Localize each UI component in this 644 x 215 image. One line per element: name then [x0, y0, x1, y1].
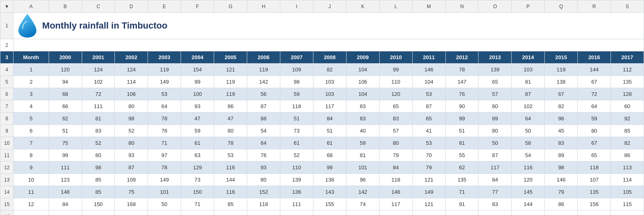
cell-row9-month[interactable]: 6	[13, 125, 49, 137]
cell-row14-col8[interactable]: 143	[313, 186, 346, 198]
cell-row12-col2[interactable]: 87	[115, 162, 148, 174]
cell-row7-col2[interactable]: 80	[115, 100, 148, 113]
cell-row9-col13[interactable]: 80	[479, 125, 512, 137]
cell-row11-col8[interactable]: 68	[313, 149, 346, 162]
cell-row14-col7[interactable]: 136	[280, 186, 313, 198]
cell-row4-col6[interactable]: 119	[247, 64, 280, 76]
cell-row10-col15[interactable]: 83	[545, 137, 578, 149]
cell-row10-col10[interactable]: 80	[379, 137, 412, 149]
cell-row8-col0[interactable]: 62	[49, 113, 82, 125]
cell-row11-col12[interactable]: 55	[445, 149, 479, 162]
cell-row5-col1[interactable]: 102	[82, 76, 115, 88]
cell-row4-col7[interactable]: 109	[280, 64, 313, 76]
cell-row15-col14[interactable]: 144	[512, 198, 545, 211]
cell-row5-col6[interactable]: 142	[247, 76, 280, 88]
cell-row5-col10[interactable]: 110	[379, 76, 412, 88]
cell-row8-col1[interactable]: 81	[82, 113, 115, 125]
cell-row5-col15[interactable]: 138	[545, 76, 578, 88]
cell-row5-col16[interactable]: 67	[578, 76, 611, 88]
cell-row10-col6[interactable]: 64	[247, 137, 280, 149]
cell-row15-col0[interactable]: 84	[49, 198, 82, 211]
cell-row4-col14[interactable]: 103	[512, 64, 545, 76]
cell-row13-col1[interactable]: 85	[82, 174, 115, 186]
col-header-e[interactable]: E	[148, 0, 181, 13]
cell-row12-col12[interactable]: 62	[445, 162, 479, 174]
cell-row9-col6[interactable]: 54	[247, 125, 280, 137]
cell-row12-col1[interactable]: 98	[82, 162, 115, 174]
cell-row11-col17[interactable]: 86	[611, 149, 644, 162]
cell-row7-col8[interactable]: 117	[313, 100, 346, 113]
cell-row14-col3[interactable]: 101	[148, 186, 181, 198]
cell-row9-col0[interactable]: 51	[49, 125, 82, 137]
cell-row11-col0[interactable]: 99	[49, 149, 82, 162]
cell-row13-col12[interactable]: 135	[445, 174, 479, 186]
cell-row7-col16[interactable]: 64	[578, 100, 611, 113]
cell-row15-col9[interactable]: 74	[346, 198, 379, 211]
cell-row4-col12[interactable]: 78	[445, 64, 479, 76]
cell-row15-col8[interactable]: 155	[313, 198, 346, 211]
cell-row11-col13[interactable]: 87	[479, 149, 512, 162]
cell-row6-month[interactable]: 3	[13, 88, 49, 100]
cell-row8-col13[interactable]: 89	[479, 113, 512, 125]
cell-row12-col4[interactable]: 129	[181, 162, 214, 174]
cell-row4-col17[interactable]: 112	[611, 64, 644, 76]
cell-row12-col0[interactable]: 111	[49, 162, 82, 174]
cell-row7-col10[interactable]: 65	[379, 100, 412, 113]
col-header-h[interactable]: H	[247, 0, 280, 13]
cell-row12-col9[interactable]: 101	[346, 162, 379, 174]
cell-row9-col2[interactable]: 52	[115, 125, 148, 137]
col-header-b[interactable]: B	[49, 0, 82, 13]
cell-row10-month[interactable]: 7	[13, 137, 49, 149]
cell-row7-col13[interactable]: 80	[479, 100, 512, 113]
cell-row9-col3[interactable]: 76	[148, 125, 181, 137]
cell-row5-col12[interactable]: 147	[445, 76, 479, 88]
cell-row4-col3[interactable]: 119	[148, 64, 181, 76]
cell-row13-col15[interactable]: 146	[545, 174, 578, 186]
col-header-r[interactable]: R	[578, 0, 611, 13]
cell-row13-col4[interactable]: 73	[181, 174, 214, 186]
cell-row10-col12[interactable]: 81	[445, 137, 479, 149]
col-header-c[interactable]: C	[82, 0, 115, 13]
cell-row14-col16[interactable]: 135	[578, 186, 611, 198]
cell-row4-col4[interactable]: 154	[181, 64, 214, 76]
cell-row6-col11[interactable]: 53	[412, 88, 445, 100]
col-header-o[interactable]: O	[479, 0, 512, 13]
cell-row12-col3[interactable]: 78	[148, 162, 181, 174]
cell-row14-col10[interactable]: 146	[379, 186, 412, 198]
cell-row13-col3[interactable]: 149	[148, 174, 181, 186]
cell-row9-col8[interactable]: 51	[313, 125, 346, 137]
cell-row10-col16[interactable]: 67	[578, 137, 611, 149]
cell-row5-month[interactable]: 2	[13, 76, 49, 88]
cell-row5-col8[interactable]: 103	[313, 76, 346, 88]
cell-row4-col5[interactable]: 121	[214, 64, 247, 76]
cell-row15-col11[interactable]: 121	[412, 198, 445, 211]
cell-row14-col14[interactable]: 145	[512, 186, 545, 198]
cell-row9-col9[interactable]: 40	[346, 125, 379, 137]
cell-row4-col8[interactable]: 82	[313, 64, 346, 76]
cell-row12-col6[interactable]: 93	[247, 162, 280, 174]
cell-row11-col4[interactable]: 63	[181, 149, 214, 162]
cell-row11-col10[interactable]: 79	[379, 149, 412, 162]
cell-row10-col3[interactable]: 71	[148, 137, 181, 149]
cell-row4-col13[interactable]: 139	[479, 64, 512, 76]
col-header-a[interactable]: A	[13, 0, 49, 13]
cell-row15-col16[interactable]: 156	[578, 198, 611, 211]
cell-row9-col12[interactable]: 51	[445, 125, 479, 137]
cell-row11-col3[interactable]: 97	[148, 149, 181, 162]
cell-row14-col17[interactable]: 105	[611, 186, 644, 198]
cell-row4-col15[interactable]: 119	[545, 64, 578, 76]
cell-row10-col14[interactable]: 58	[512, 137, 545, 149]
cell-row13-col13[interactable]: 84	[479, 174, 512, 186]
cell-row7-col4[interactable]: 93	[181, 100, 214, 113]
cell-row11-col14[interactable]: 54	[512, 149, 545, 162]
cell-row7-col0[interactable]: 66	[49, 100, 82, 113]
cell-row8-col12[interactable]: 99	[445, 113, 479, 125]
cell-row11-col9[interactable]: 81	[346, 149, 379, 162]
cell-row9-col11[interactable]: 41	[412, 125, 445, 137]
cell-row11-month[interactable]: 8	[13, 149, 49, 162]
cell-row7-col6[interactable]: 87	[247, 100, 280, 113]
cell-row6-col10[interactable]: 120	[379, 88, 412, 100]
cell-row12-col13[interactable]: 117	[479, 162, 512, 174]
cell-row10-col1[interactable]: 52	[82, 137, 115, 149]
cell-row9-col5[interactable]: 80	[214, 125, 247, 137]
